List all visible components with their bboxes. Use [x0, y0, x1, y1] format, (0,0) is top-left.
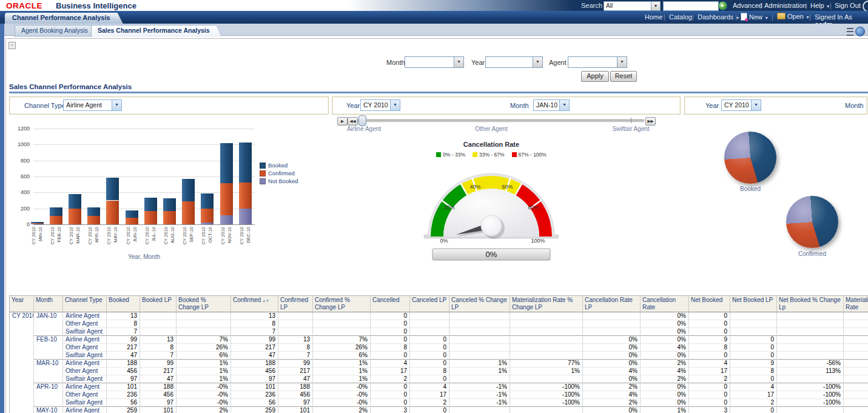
column-header[interactable]: Canceled LP — [410, 296, 449, 312]
sort-icons[interactable]: ▲▼ — [262, 299, 269, 303]
chevron-down-icon[interactable]: ▼ — [390, 100, 400, 110]
bar-segment[interactable] — [220, 183, 233, 215]
bar-segment[interactable] — [87, 207, 100, 216]
search-scope-select[interactable]: All ▼ — [604, 1, 661, 11]
chevron-down-icon[interactable]: ▼ — [454, 57, 463, 67]
month-label: Month — [510, 102, 529, 109]
page-help-icon[interactable] — [855, 27, 865, 36]
help-menu[interactable]: Help ▼ — [810, 2, 830, 9]
column-header[interactable]: Cancelled — [371, 296, 410, 312]
gauge-legend-item: 67% - 100% — [512, 152, 547, 158]
new-menu[interactable]: New ▼ — [741, 13, 769, 21]
month-filter-dropdown[interactable]: ▼ — [405, 56, 464, 68]
catalog-link[interactable]: Catalog — [669, 13, 692, 21]
column-header[interactable]: Channel Type — [63, 296, 107, 312]
bar-segment[interactable] — [31, 222, 44, 223]
tab-agent-booking-analysis[interactable]: Agent Booking Analysis — [15, 25, 99, 37]
booked-pie-chart[interactable] — [724, 132, 776, 184]
gauge-year-dropdown[interactable]: CY 2010▼ — [360, 99, 400, 111]
slider-label-airline-agent[interactable]: Airline Agent — [338, 126, 389, 132]
bar-segment[interactable] — [220, 215, 233, 224]
bar-segment[interactable] — [182, 201, 195, 224]
collapse-section-icon[interactable]: – — [8, 42, 16, 49]
svg-text:20%: 20% — [443, 204, 454, 210]
chevron-down-icon[interactable]: ▼ — [751, 100, 761, 110]
bar-segment[interactable] — [163, 198, 176, 212]
search-go-icon[interactable]: ▶ — [718, 1, 727, 10]
performance-table: YearMonthChannel TypeBookedBooked LPBook… — [9, 295, 868, 413]
open-menu[interactable]: Open ▼ — [777, 13, 810, 20]
bar-segment[interactable] — [106, 178, 119, 201]
bar-segment[interactable] — [163, 211, 176, 224]
column-header[interactable]: Booked — [107, 296, 140, 312]
chevron-down-icon[interactable]: ▼ — [651, 2, 660, 10]
bar-segment[interactable] — [201, 223, 214, 224]
bar-segment[interactable] — [144, 198, 157, 211]
bar-segment[interactable] — [220, 143, 233, 183]
channel-type-dropdown[interactable]: Airline Agent▼ — [63, 99, 122, 111]
column-header[interactable]: Materialization Rate % Change LP — [510, 296, 583, 312]
chevron-down-icon[interactable]: ▼ — [112, 100, 121, 110]
bar-segment[interactable] — [50, 207, 62, 216]
reset-button[interactable]: Reset — [610, 71, 637, 82]
bar-segment[interactable] — [239, 209, 252, 224]
column-header[interactable]: Cancellation Rate — [641, 296, 689, 312]
bar-segment[interactable] — [201, 209, 214, 223]
slider-label-other-agent[interactable]: Other Agent — [461, 126, 522, 132]
column-header[interactable]: Booked % Change LP — [177, 296, 231, 312]
slider-forward-button[interactable]: ▶▶ — [645, 117, 656, 126]
confirmed-pie-label: Confirmed — [786, 250, 838, 257]
column-header[interactable]: Booked LP — [140, 296, 177, 312]
slider-back-button[interactable]: ◀◀ — [348, 117, 358, 126]
column-header[interactable]: Cancellation Rate LP — [583, 296, 641, 312]
column-header[interactable]: Year — [10, 296, 34, 312]
bar-segment[interactable] — [50, 216, 62, 224]
slider-track[interactable] — [358, 119, 644, 123]
year-filter-dropdown[interactable]: ▼ — [485, 56, 543, 68]
gauge-month-dropdown[interactable]: JAN-10▼ — [533, 99, 570, 111]
bar-segment[interactable] — [144, 211, 157, 224]
bar-segment[interactable] — [106, 201, 119, 225]
bar-segment[interactable] — [31, 223, 44, 224]
search-input[interactable] — [663, 1, 719, 11]
bar-segment[interactable] — [126, 218, 138, 224]
chevron-down-icon[interactable]: ▼ — [559, 100, 569, 110]
apply-button[interactable]: Apply — [581, 71, 609, 82]
sign-out-link[interactable]: Sign Out — [835, 2, 861, 9]
x-axis-label: CY 2010JAN-10 — [29, 227, 45, 255]
page-options-icon[interactable] — [847, 28, 853, 36]
column-header[interactable]: Net Booked LP — [730, 296, 777, 312]
column-header[interactable]: Canceled % Change LP — [449, 296, 510, 312]
confirmed-pie-chart[interactable] — [786, 196, 838, 248]
bar-segment[interactable] — [239, 143, 252, 183]
slider-play-button[interactable]: ▶ — [337, 117, 348, 126]
home-link[interactable]: Home — [645, 13, 662, 21]
dashboards-menu[interactable]: Dashboards ▼ — [698, 13, 739, 21]
slider-thumb[interactable] — [358, 115, 366, 126]
administration-link[interactable]: Administration — [764, 2, 807, 9]
column-header[interactable]: Net Booked — [689, 296, 730, 312]
column-header[interactable]: Net Booked % Change Lp — [777, 296, 844, 312]
gauge-legend: 0% - 33%33% - 67%67% - 100% — [400, 152, 582, 158]
tab-sales-channel-performance-analysis[interactable]: Sales Channel Performance Analysis — [91, 25, 221, 37]
bar-segment[interactable] — [87, 216, 100, 224]
column-header[interactable]: Confirmed▲▼ — [231, 296, 278, 312]
bar-segment[interactable] — [126, 210, 138, 218]
chevron-down-icon[interactable]: ▼ — [533, 57, 542, 67]
bar-segment[interactable] — [69, 194, 81, 209]
column-header[interactable]: Materialization Rate — [844, 296, 868, 312]
bar-segment[interactable] — [239, 183, 252, 209]
bar-segment[interactable] — [69, 209, 81, 224]
advanced-link[interactable]: Advanced — [733, 2, 762, 9]
bar-segment[interactable] — [31, 224, 44, 224]
chevron-down-icon[interactable]: ▼ — [617, 57, 627, 67]
agent-filter-dropdown[interactable]: ▼ — [568, 56, 627, 68]
column-header[interactable]: Month — [34, 296, 63, 312]
bar-segment[interactable] — [201, 193, 214, 209]
bar-segment[interactable] — [182, 179, 195, 202]
column-header[interactable]: Confirmed % Change LP — [313, 296, 371, 312]
dashboard-tab[interactable]: Channel Performance Analysis — [5, 13, 124, 25]
pie-year-dropdown[interactable]: CY 2010▼ — [721, 99, 761, 111]
column-header[interactable]: Confirmed LP — [278, 296, 313, 312]
slider-label-swiftair-agent[interactable]: Swiftair Agent — [601, 126, 661, 132]
